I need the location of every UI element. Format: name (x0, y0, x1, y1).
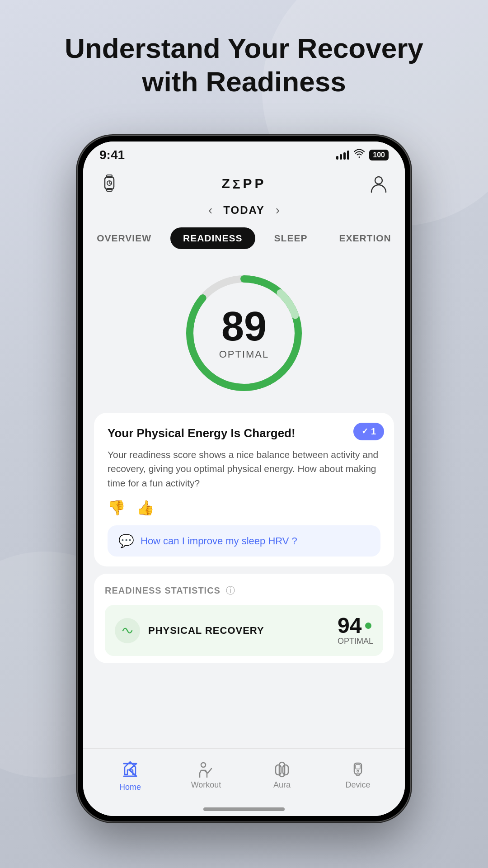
badge-count: 1 (371, 426, 376, 437)
check-icon: ✓ (361, 426, 368, 436)
app-logo: ZΣPP (221, 176, 266, 192)
readiness-stats-card: READINESS STATISTICS ⓘ PHYSICAL RECOVERY… (94, 574, 394, 663)
headline: Understand Your Recovery with Readiness (59, 32, 429, 99)
score-value: 89 (219, 306, 269, 347)
readiness-circle: 89 OPTIMAL (181, 270, 307, 396)
thumbs-up-button[interactable]: 👍 (136, 499, 155, 516)
svg-point-10 (201, 763, 206, 767)
headline-line2: with Readiness (142, 66, 346, 97)
svg-rect-12 (276, 765, 281, 775)
score-area: 89 OPTIMAL (83, 256, 405, 406)
recovery-icon-circle (115, 618, 140, 643)
home-sigma-icon (121, 762, 139, 778)
prev-date-button[interactable]: ‹ (208, 203, 212, 217)
status-bar: 9:41 100 (83, 142, 405, 169)
nav-workout[interactable]: Workout (179, 761, 233, 790)
headline-line1: Understand Your Recovery (65, 33, 423, 64)
status-icons: 100 (336, 149, 389, 160)
workout-icon (196, 761, 216, 778)
wifi-icon (354, 149, 365, 160)
stats-title: READINESS STATISTICS (105, 585, 221, 596)
watch-icon (99, 173, 119, 195)
nav-device[interactable]: Device (331, 761, 385, 790)
stat-name: PHYSICAL RECOVERY (148, 625, 329, 637)
svg-line-5 (109, 183, 111, 184)
current-date: TODAY (223, 204, 264, 217)
feedback-icons: 👎 👍 (108, 499, 380, 516)
energy-card: ✓ 1 Your Physical Energy Is Charged! You… (94, 413, 394, 567)
svg-rect-13 (283, 765, 288, 775)
card-title: Your Physical Energy Is Charged! (108, 426, 312, 440)
profile-icon[interactable] (369, 173, 389, 195)
tab-overview[interactable]: OVERVIEW (84, 227, 164, 249)
tab-sleep[interactable]: SLEEP (262, 227, 320, 249)
nav-device-label: Device (345, 780, 370, 790)
info-icon[interactable]: ⓘ (226, 585, 235, 597)
aura-icon (272, 761, 292, 778)
svg-point-16 (357, 770, 359, 772)
svg-rect-15 (356, 764, 360, 769)
thumbs-down-button[interactable]: 👎 (108, 499, 126, 516)
home-indicator (203, 807, 285, 811)
status-time: 9:41 (99, 148, 125, 162)
physical-recovery-row: PHYSICAL RECOVERY 94 OPTIMAL (105, 605, 383, 656)
device-icon (349, 761, 367, 778)
stat-value-area: 94 OPTIMAL (338, 615, 373, 646)
phone-frame: 9:41 100 (77, 135, 411, 822)
stat-sublabel: OPTIMAL (338, 637, 373, 646)
nav-workout-label: Workout (191, 780, 221, 790)
svg-point-6 (375, 177, 382, 184)
next-date-button[interactable]: › (276, 203, 280, 217)
stat-number: 94 (338, 615, 373, 637)
tab-exertion[interactable]: EXERTION (326, 227, 404, 249)
score-display: 89 OPTIMAL (219, 306, 269, 360)
home-bar (83, 802, 405, 816)
score-label: OPTIMAL (219, 349, 269, 360)
tab-bar: OVERVIEW READINESS SLEEP EXERTION (83, 223, 405, 256)
stat-value: 94 (338, 615, 361, 637)
ai-question-text: How can I improve my sleep HRV ? (141, 535, 297, 547)
battery-icon: 100 (369, 150, 389, 160)
stats-header: READINESS STATISTICS ⓘ (105, 585, 383, 597)
tab-readiness[interactable]: READINESS (170, 227, 255, 249)
nav-home-label: Home (119, 783, 141, 792)
date-navigation: ‹ TODAY › (83, 199, 405, 223)
scroll-content: ✓ 1 Your Physical Energy Is Charged! You… (83, 406, 405, 748)
card-badge: ✓ 1 (353, 423, 384, 440)
ai-chat-icon: 💬 (118, 533, 134, 548)
card-description: Your readiness score shows a nice balanc… (108, 448, 380, 491)
ai-question-button[interactable]: 💬 How can I improve my sleep HRV ? (108, 525, 380, 557)
app-header: ZΣPP (83, 169, 405, 199)
nav-home[interactable]: Home (103, 759, 157, 792)
battery-level: 100 (373, 151, 385, 159)
phone-screen: 9:41 100 (83, 142, 405, 816)
bottom-navigation: Home Workout Aura (83, 748, 405, 802)
nav-aura[interactable]: Aura (255, 761, 309, 790)
green-status-dot (365, 623, 371, 629)
signal-icon (336, 151, 349, 160)
nav-aura-label: Aura (273, 780, 291, 790)
